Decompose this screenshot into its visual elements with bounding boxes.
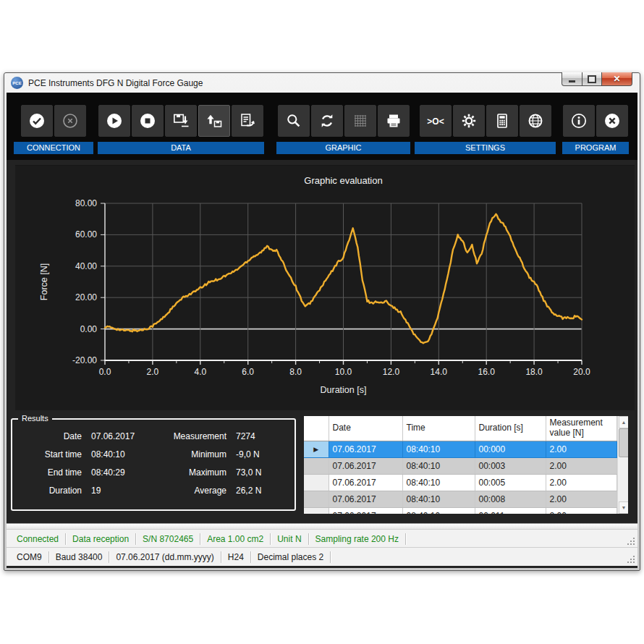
disconnect-x-icon	[62, 112, 79, 130]
globe-language-button[interactable]	[520, 105, 551, 137]
grid-button[interactable]	[344, 105, 376, 137]
resize-grip[interactable]	[627, 556, 635, 564]
column-header[interactable]: Time	[402, 416, 475, 441]
window-title: PCE Instruments DFG N Digital Force Gaug…	[28, 78, 203, 88]
gear-icon	[460, 112, 478, 130]
result-label: Measurement	[151, 431, 226, 441]
result-label: Start time	[15, 449, 82, 459]
chart-panel: 80.0060.0040.0020.000.00-20.000.02.04.06…	[15, 165, 635, 410]
disconnect-x-button[interactable]	[54, 105, 86, 137]
column-header[interactable]: Duration [s]	[475, 416, 546, 441]
play-icon	[106, 112, 123, 130]
print-button[interactable]	[378, 105, 410, 137]
table-row[interactable]: 07.06.201708:40:1000:0032.00	[304, 458, 617, 475]
export-report-button[interactable]	[232, 105, 263, 137]
table-row[interactable]: ▶07.06.201708:40:1000:0002.00	[304, 441, 617, 458]
calculator-button[interactable]	[486, 105, 518, 137]
table-cell[interactable]: 00:000	[475, 441, 546, 458]
exit-button[interactable]	[596, 105, 628, 137]
load-upload-button[interactable]	[198, 105, 230, 137]
table-cell[interactable]: 2.00	[546, 491, 617, 508]
table-row[interactable]: 07.06.201708:40:1000:0082.00	[304, 491, 617, 508]
tare-zero-button[interactable]: >O<	[420, 105, 452, 137]
table-cell[interactable]: 07.06.2017	[329, 475, 402, 491]
svg-text:16.0: 16.0	[478, 367, 496, 377]
table-cell[interactable]: 00:011	[475, 508, 546, 514]
toolbar-group-program: PROGRAM	[562, 105, 629, 154]
close-button[interactable]: ✕	[602, 72, 632, 86]
svg-text:>O<: >O<	[427, 116, 444, 127]
stop-button[interactable]	[132, 105, 164, 137]
refresh-recycle-button[interactable]	[311, 105, 343, 137]
result-value: 07.06.2017	[91, 431, 135, 441]
window-body: CONNECTIONDATAGRAPHIC>O<SETTINGSPROGRAM …	[7, 93, 637, 568]
table-cell[interactable]: 07.06.2017	[329, 491, 402, 508]
result-row: Minimum-9,0 N	[151, 449, 287, 459]
table-cell[interactable]: 00:003	[475, 458, 546, 475]
table-cell[interactable]: 2.00	[546, 475, 617, 491]
table-cell[interactable]: 07.06.2017	[329, 458, 402, 475]
status-item: Data reception	[66, 533, 136, 545]
table-cell[interactable]: 08:40:10	[402, 458, 475, 475]
resize-grip[interactable]	[627, 538, 635, 546]
column-header[interactable]: Date	[329, 416, 402, 441]
toolbar-group-label: DATA	[98, 142, 264, 154]
globe-language-icon	[527, 112, 544, 130]
maximize-button[interactable]	[582, 72, 602, 86]
table-row[interactable]: 07.06.201708:40:1000:0112.00	[304, 508, 617, 514]
title-bar[interactable]: PCE PCE Instruments DFG N Digital Force …	[4, 73, 640, 93]
svg-text:60.00: 60.00	[75, 229, 97, 240]
table-row[interactable]: 07.06.201708:40:1000:0052.00	[304, 475, 617, 491]
table-cell[interactable]: 08:40:10	[402, 475, 475, 491]
save-download-button[interactable]	[165, 105, 197, 137]
current-row-arrow-icon[interactable]: ▶	[304, 441, 329, 458]
info-button[interactable]	[563, 105, 595, 137]
tare-zero-icon: >O<	[427, 112, 444, 130]
export-report-icon	[239, 112, 256, 130]
row-selector-cell[interactable]	[304, 458, 329, 475]
toolbar-group-label: PROGRAM	[562, 142, 629, 154]
row-selector-cell[interactable]	[304, 491, 329, 508]
table-cell[interactable]: 00:008	[475, 491, 546, 508]
svg-text:6.0: 6.0	[242, 367, 254, 377]
scrollbar-thumb[interactable]	[619, 428, 629, 457]
table-cell[interactable]: 2.00	[546, 441, 617, 458]
print-icon	[385, 112, 402, 130]
column-header[interactable]: Measurement value [N]	[546, 416, 617, 441]
result-row: Average26,2 N	[151, 486, 287, 496]
zoom-magnifier-button[interactable]	[278, 105, 310, 137]
connect-check-button[interactable]	[21, 105, 53, 137]
scroll-down-icon[interactable]: ▼	[619, 501, 629, 514]
table-cell[interactable]: 08:40:10	[402, 441, 475, 458]
toolbar-group-connection: CONNECTION	[14, 105, 93, 154]
scroll-up-icon[interactable]: ▲	[619, 416, 629, 428]
table-cell[interactable]: 2.00	[546, 458, 617, 475]
table-cell[interactable]: 00:005	[475, 475, 546, 491]
result-row: Date07.06.2017	[15, 431, 151, 441]
result-value: 08:40:29	[91, 467, 125, 478]
toolbar-group-data: DATA	[98, 105, 264, 154]
svg-text:20.0: 20.0	[573, 367, 590, 377]
minimize-button[interactable]	[562, 72, 582, 86]
result-label: End time	[15, 467, 82, 478]
gear-button[interactable]	[453, 105, 485, 137]
svg-text:12.0: 12.0	[383, 367, 400, 377]
status-item: Baud 38400	[49, 551, 110, 563]
status-item: Unit N	[271, 533, 308, 545]
table-scrollbar[interactable]: ▲ ▼	[617, 416, 629, 514]
svg-text:2.0: 2.0	[147, 367, 159, 377]
table-cell[interactable]: 08:40:10	[402, 508, 475, 514]
table-cell[interactable]: 07.06.2017	[329, 441, 402, 458]
play-button[interactable]	[98, 105, 130, 137]
result-value: 73,0 N	[236, 467, 261, 478]
row-selector-cell[interactable]	[304, 508, 329, 514]
table-cell[interactable]: 08:40:10	[402, 491, 475, 508]
svg-text:14.0: 14.0	[431, 367, 448, 377]
table-cell[interactable]: 2.00	[546, 508, 617, 514]
status-item: S/N 8702465	[136, 533, 200, 545]
connect-check-icon	[28, 112, 46, 130]
row-selector-cell[interactable]	[304, 475, 329, 491]
result-row: End time08:40:29	[15, 467, 151, 478]
result-value: 08:40:10	[91, 449, 125, 459]
table-cell[interactable]: 07.06.2017	[329, 508, 402, 514]
